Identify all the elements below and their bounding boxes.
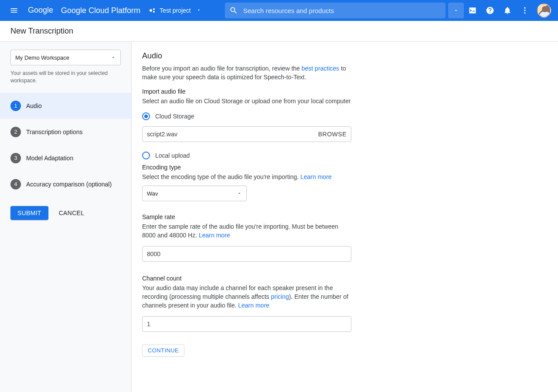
step-model-adaptation[interactable]: 3Model Adaptation xyxy=(0,145,131,171)
search-input[interactable] xyxy=(243,7,441,14)
workspace-hint: Your assets will be stored in your selec… xyxy=(10,70,121,85)
learn-more-link[interactable]: Learn more xyxy=(199,232,230,239)
chevron-down-icon xyxy=(111,55,116,60)
sidebar: My Demo Workspace Your assets will be st… xyxy=(0,42,132,392)
cloud-storage-field[interactable]: BROWSE xyxy=(142,126,351,142)
step-accuracy-comparison[interactable]: 4Accuracy comparison (optional) xyxy=(0,171,131,197)
radio-icon xyxy=(142,112,150,120)
pricing-link[interactable]: pricing xyxy=(271,293,289,300)
platform-logo[interactable]: Google Google Cloud Platform xyxy=(28,5,140,16)
submit-button[interactable]: SUBMIT xyxy=(10,206,48,220)
svg-text:Google: Google xyxy=(28,6,53,14)
topbar: Google Google Cloud Platform Test projec… xyxy=(0,0,558,21)
page-header: New Transcription xyxy=(0,21,558,42)
notifications-icon[interactable] xyxy=(499,0,516,21)
svg-point-6 xyxy=(524,12,525,14)
svg-point-1 xyxy=(150,9,152,12)
workspace-value: My Demo Workspace xyxy=(15,54,69,61)
intro-text: Before you import an audio file for tran… xyxy=(142,64,351,82)
encoding-desc: Select the encoding type of the audio fi… xyxy=(142,172,351,181)
sample-rate-label: Sample rate xyxy=(142,213,351,220)
step-transcription-options[interactable]: 2Transcription options xyxy=(0,119,131,145)
radio-local-upload[interactable]: Local upload xyxy=(142,152,351,159)
radio-icon xyxy=(142,152,150,159)
best-practices-link[interactable]: best practices xyxy=(302,65,339,72)
chevron-down-icon xyxy=(237,191,242,196)
more-icon[interactable] xyxy=(516,0,534,21)
platform-name: Google Cloud Platform xyxy=(61,6,140,15)
project-name: Test project xyxy=(160,7,191,14)
svg-point-2 xyxy=(153,8,155,10)
svg-point-4 xyxy=(524,7,525,9)
sample-rate-desc: Enter the sample rate of the audio file … xyxy=(142,222,351,240)
menu-icon[interactable] xyxy=(3,0,24,21)
continue-button[interactable]: CONTINUE xyxy=(142,344,184,357)
chevron-down-icon xyxy=(196,7,201,14)
svg-point-3 xyxy=(153,11,155,13)
learn-more-link[interactable]: Learn more xyxy=(300,173,332,180)
channel-desc: Your audio data may include a channel fo… xyxy=(142,284,351,310)
google-logo-icon: Google xyxy=(28,5,59,16)
channel-field[interactable] xyxy=(142,316,351,332)
project-icon xyxy=(149,7,156,14)
section-heading: Audio xyxy=(142,51,351,61)
cancel-button[interactable]: CANCEL xyxy=(59,210,85,216)
avatar[interactable] xyxy=(537,3,551,17)
cloud-storage-input[interactable] xyxy=(147,131,318,138)
import-desc: Select an audio file on Cloud Storage or… xyxy=(142,97,351,105)
browse-button[interactable]: BROWSE xyxy=(318,131,347,138)
page-title: New Transcription xyxy=(10,27,73,36)
import-label: Import audio file xyxy=(142,88,351,95)
learn-more-link[interactable]: Learn more xyxy=(238,302,269,309)
svg-point-5 xyxy=(524,10,525,11)
cloud-shell-icon[interactable] xyxy=(464,0,481,21)
search-dropdown[interactable] xyxy=(448,3,464,18)
encoding-value: Wav xyxy=(147,190,158,197)
radio-cloud-storage[interactable]: Cloud Storage xyxy=(142,112,351,120)
search-icon xyxy=(229,6,238,15)
sample-rate-field[interactable] xyxy=(142,246,351,262)
encoding-label: Encoding type xyxy=(142,164,351,171)
channel-label: Channel count xyxy=(142,275,351,282)
workspace-select[interactable]: My Demo Workspace xyxy=(10,50,121,65)
encoding-select[interactable]: Wav xyxy=(142,186,247,201)
channel-input[interactable] xyxy=(147,321,347,328)
help-icon[interactable] xyxy=(481,0,499,21)
project-picker[interactable]: Test project xyxy=(149,7,201,14)
main-content: Audio Before you import an audio file fo… xyxy=(132,42,558,392)
search-box[interactable] xyxy=(225,3,446,18)
sample-rate-input[interactable] xyxy=(147,250,347,257)
step-audio[interactable]: 1Audio xyxy=(0,93,131,119)
